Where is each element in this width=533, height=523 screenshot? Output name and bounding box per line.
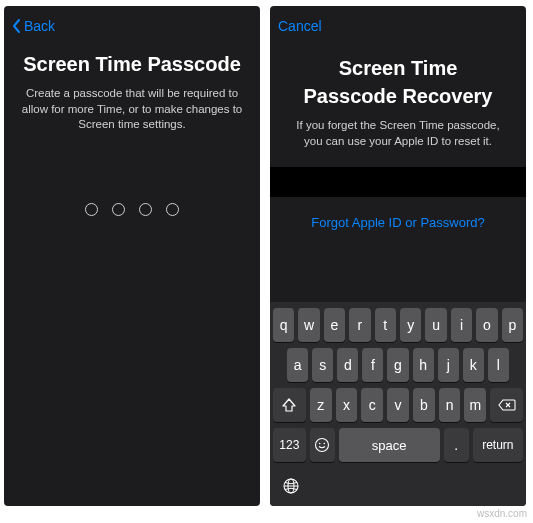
- passcode-dot: [112, 203, 125, 216]
- navbar-right: Cancel: [270, 6, 526, 46]
- backspace-icon: [498, 399, 516, 411]
- emoji-key[interactable]: [310, 428, 335, 462]
- key-e[interactable]: e: [324, 308, 345, 342]
- forgot-link[interactable]: Forgot Apple ID or Password?: [270, 215, 526, 230]
- key-c[interactable]: c: [361, 388, 383, 422]
- navbar-left: Back: [4, 6, 260, 46]
- passcode-dot: [139, 203, 152, 216]
- screen-passcode-setup: Back Screen Time Passcode Create a passc…: [4, 6, 260, 506]
- cancel-button[interactable]: Cancel: [278, 18, 322, 34]
- key-n[interactable]: n: [439, 388, 461, 422]
- key-p[interactable]: p: [502, 308, 523, 342]
- key-b[interactable]: b: [413, 388, 435, 422]
- page-title: Screen Time Passcode: [18, 52, 246, 76]
- page-title-line2: Passcode Recovery: [284, 84, 512, 108]
- key-l[interactable]: l: [488, 348, 509, 382]
- globe-key[interactable]: [273, 472, 309, 500]
- svg-point-4: [324, 443, 326, 445]
- back-button[interactable]: Back: [12, 18, 55, 34]
- cancel-label: Cancel: [278, 18, 322, 34]
- key-t[interactable]: t: [375, 308, 396, 342]
- key-r[interactable]: r: [349, 308, 370, 342]
- screen-passcode-recovery: Cancel Screen Time Passcode Recovery If …: [270, 6, 526, 506]
- title-area: Screen Time Passcode Create a passcode t…: [4, 46, 260, 133]
- period-key[interactable]: .: [444, 428, 469, 462]
- shift-key[interactable]: [273, 388, 306, 422]
- key-q[interactable]: q: [273, 308, 294, 342]
- key-i[interactable]: i: [451, 308, 472, 342]
- key-k[interactable]: k: [463, 348, 484, 382]
- key-f[interactable]: f: [362, 348, 383, 382]
- title-area: Screen Time Passcode Recovery If you for…: [270, 46, 526, 149]
- apple-id-field[interactable]: [270, 167, 526, 197]
- key-w[interactable]: w: [298, 308, 319, 342]
- key-d[interactable]: d: [337, 348, 358, 382]
- globe-icon: [282, 477, 300, 495]
- numbers-key[interactable]: 123: [273, 428, 306, 462]
- delete-key[interactable]: [490, 388, 523, 422]
- key-j[interactable]: j: [438, 348, 459, 382]
- space-key[interactable]: space: [339, 428, 440, 462]
- keyboard: qwertyuiop asdfghjkl zxcvbnm: [270, 302, 526, 472]
- svg-point-3: [319, 443, 321, 445]
- passcode-dot: [166, 203, 179, 216]
- key-o[interactable]: o: [476, 308, 497, 342]
- chevron-left-icon: [12, 18, 22, 34]
- key-z[interactable]: z: [310, 388, 332, 422]
- passcode-dot: [85, 203, 98, 216]
- back-label: Back: [24, 18, 55, 34]
- keyboard-bottombar: [270, 472, 526, 506]
- key-a[interactable]: a: [287, 348, 308, 382]
- passcode-dots[interactable]: [4, 203, 260, 216]
- page-subtitle: If you forget the Screen Time passcode, …: [284, 118, 512, 149]
- key-g[interactable]: g: [387, 348, 408, 382]
- key-u[interactable]: u: [425, 308, 446, 342]
- key-x[interactable]: x: [336, 388, 358, 422]
- return-key[interactable]: return: [473, 428, 523, 462]
- key-v[interactable]: v: [387, 388, 409, 422]
- shift-icon: [282, 398, 296, 412]
- key-y[interactable]: y: [400, 308, 421, 342]
- key-s[interactable]: s: [312, 348, 333, 382]
- emoji-icon: [314, 437, 330, 453]
- page-subtitle: Create a passcode that will be required …: [18, 86, 246, 133]
- svg-point-2: [316, 439, 329, 452]
- key-h[interactable]: h: [413, 348, 434, 382]
- watermark: wsxdn.com: [477, 508, 527, 519]
- page-title-line1: Screen Time: [284, 56, 512, 80]
- key-m[interactable]: m: [464, 388, 486, 422]
